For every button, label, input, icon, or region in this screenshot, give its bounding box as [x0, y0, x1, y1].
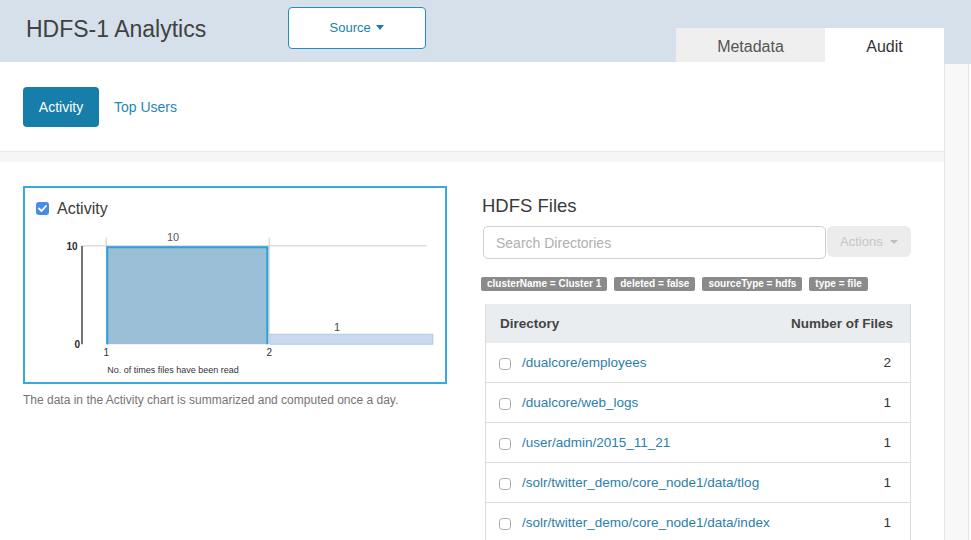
svg-text:2: 2: [266, 347, 272, 358]
svg-text:10: 10: [167, 231, 179, 243]
svg-text:0: 0: [74, 339, 80, 350]
svg-text:10: 10: [66, 241, 78, 252]
svg-text:No. of times files have been r: No. of times files have been read: [107, 365, 239, 375]
svg-text:1: 1: [334, 321, 340, 333]
svg-text:1: 1: [104, 347, 110, 358]
